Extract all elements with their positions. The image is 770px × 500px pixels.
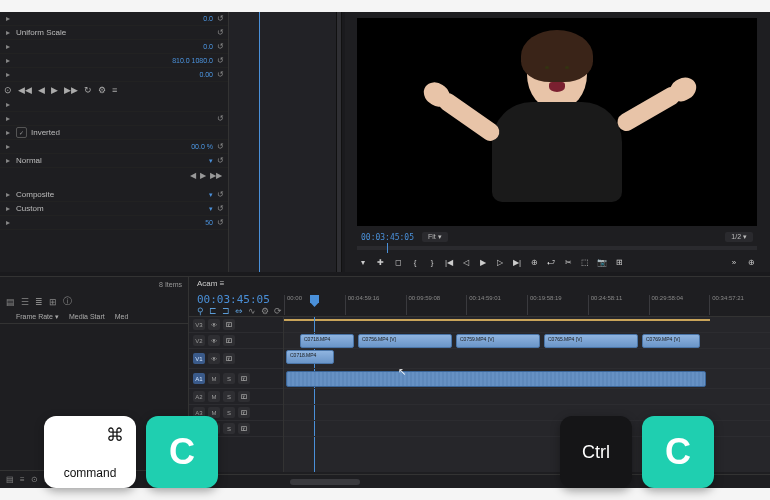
disclosure-icon[interactable]: ▸: [4, 70, 12, 79]
reset-icon[interactable]: ↺: [217, 156, 224, 165]
clip[interactable]: C0765.MP4 [V]: [544, 334, 638, 348]
program-playhead[interactable]: [387, 243, 388, 253]
fx-property-row[interactable]: ▸Normal▾↺: [0, 154, 228, 168]
program-control-button[interactable]: ▶|: [511, 256, 523, 268]
clip[interactable]: C0756.MP4 [V]: [358, 334, 452, 348]
track-toggle-button[interactable]: 👁: [208, 335, 220, 346]
fit-dropdown[interactable]: Fit ▾: [422, 232, 448, 242]
track-toggle-button[interactable]: S: [223, 391, 235, 402]
disclosure-icon[interactable]: ▸: [4, 56, 12, 65]
track-toggle-button[interactable]: ⚿: [223, 319, 235, 330]
project-column-header[interactable]: Med: [115, 313, 139, 321]
reset-icon[interactable]: ↺: [217, 56, 224, 65]
disclosure-icon[interactable]: ▸: [4, 128, 12, 137]
track-toggle-button[interactable]: ⚿: [223, 335, 235, 346]
project-footer-button[interactable]: ≡: [20, 475, 25, 484]
reset-icon[interactable]: ↺: [217, 114, 224, 123]
nav-button[interactable]: ▶: [200, 171, 206, 180]
transport-button[interactable]: ◀: [38, 85, 45, 95]
track-toggle-button[interactable]: S: [223, 373, 235, 384]
reset-icon[interactable]: ↺: [217, 28, 224, 37]
program-control-button[interactable]: {: [409, 256, 421, 268]
fx-property-row[interactable]: ▸Composite▾↺: [0, 188, 228, 202]
timeline-lane[interactable]: C0718.MP4C0756.MP4 [V]C0759.MP4 [V]C0765…: [284, 333, 770, 349]
track-toggle-button[interactable]: ⚿: [238, 391, 250, 402]
timeline-tool-button[interactable]: ⊐: [222, 306, 230, 316]
disclosure-icon[interactable]: ▸: [4, 28, 12, 37]
track-header[interactable]: A1MS⚿: [189, 369, 283, 389]
timeline-tool-button[interactable]: ⟳: [274, 306, 282, 316]
project-view-button[interactable]: ▤: [6, 297, 15, 307]
disclosure-icon[interactable]: ▸: [4, 114, 12, 123]
scrub-bar[interactable]: [336, 12, 342, 272]
track-toggle-button[interactable]: S: [223, 423, 235, 434]
project-column-header[interactable]: Frame Rate ▾: [16, 313, 69, 321]
sequence-name[interactable]: Acam ≡: [197, 279, 224, 288]
program-control-button[interactable]: ⊕: [528, 256, 540, 268]
program-control-button[interactable]: ⊞: [613, 256, 625, 268]
track-header[interactable]: V1👁⚿: [189, 349, 283, 369]
transport-button[interactable]: ≡: [112, 85, 117, 95]
reset-icon[interactable]: ↺: [217, 204, 224, 213]
nav-button[interactable]: ◀: [190, 171, 196, 180]
project-column-header[interactable]: [6, 313, 16, 321]
program-control-button[interactable]: ◻: [392, 256, 404, 268]
track-toggle-button[interactable]: ⚿: [238, 407, 250, 418]
track-target-button[interactable]: A1: [193, 373, 205, 384]
fx-property-row[interactable]: ▸00.0 %↺: [0, 140, 228, 154]
clip[interactable]: C0759.MP4 [V]: [456, 334, 540, 348]
project-view-button[interactable]: ⓘ: [63, 295, 72, 308]
transport-button[interactable]: ⊙: [4, 85, 12, 95]
timeline-timecode[interactable]: 00:03:45:05: [197, 293, 270, 306]
timeline-tool-button[interactable]: ⊏: [209, 306, 217, 316]
disclosure-icon[interactable]: ▸: [4, 100, 12, 109]
reset-icon[interactable]: ↺: [217, 218, 224, 227]
track-target-button[interactable]: V1: [193, 353, 205, 364]
transport-button[interactable]: ▶▶: [64, 85, 78, 95]
transport-button[interactable]: ⚙: [98, 85, 106, 95]
track-toggle-button[interactable]: S: [223, 407, 235, 418]
project-view-button[interactable]: ≣: [35, 297, 43, 307]
program-control-button[interactable]: ✂: [562, 256, 574, 268]
disclosure-icon[interactable]: ▸: [4, 156, 12, 165]
program-control-button[interactable]: »: [728, 256, 740, 268]
timeline-lane[interactable]: C0718.MP4: [284, 349, 770, 369]
disclosure-icon[interactable]: ▸: [4, 142, 12, 151]
fx-property-row[interactable]: ▸50↺: [0, 216, 228, 230]
program-control-button[interactable]: ✚: [374, 256, 386, 268]
reset-icon[interactable]: ↺: [217, 42, 224, 51]
timeline-tool-button[interactable]: ⇔: [235, 306, 243, 316]
disclosure-icon[interactable]: ▸: [4, 14, 12, 23]
timeline-tool-button[interactable]: ⚙: [261, 306, 269, 316]
fx-playhead[interactable]: [259, 12, 260, 272]
transport-button[interactable]: ▶: [51, 85, 58, 95]
program-control-button[interactable]: 📷: [596, 256, 608, 268]
clip[interactable]: C0718.MP4: [300, 334, 354, 348]
track-toggle-button[interactable]: 👁: [208, 319, 220, 330]
reset-icon[interactable]: ↺: [217, 70, 224, 79]
track-header[interactable]: V2👁⚿: [189, 333, 283, 349]
transport-button[interactable]: ↻: [84, 85, 92, 95]
reset-icon[interactable]: ↺: [217, 14, 224, 23]
timeline-lane[interactable]: [284, 369, 770, 389]
program-control-button[interactable]: ⬚: [579, 256, 591, 268]
track-toggle-button[interactable]: ⚿: [238, 373, 250, 384]
fx-property-row[interactable]: ▸Custom▾↺: [0, 202, 228, 216]
timeline-tool-button[interactable]: ⚲: [197, 306, 204, 316]
track-toggle-button[interactable]: M: [208, 373, 220, 384]
program-viewer[interactable]: [357, 18, 757, 226]
transport-button[interactable]: ◀◀: [18, 85, 32, 95]
project-view-button[interactable]: ⊞: [49, 297, 57, 307]
track-target-button[interactable]: V2: [193, 335, 205, 346]
fx-property-row[interactable]: ▸0.0↺: [0, 12, 228, 26]
program-control-button[interactable]: ⮐: [545, 256, 557, 268]
program-timecode[interactable]: 00:03:45:05: [361, 233, 414, 242]
keyframe-area[interactable]: [228, 12, 336, 272]
track-toggle-button[interactable]: ⚿: [238, 423, 250, 434]
clip[interactable]: C0769.MP4 [V]: [642, 334, 700, 348]
scroll-thumb[interactable]: [290, 479, 360, 485]
program-scrubber[interactable]: [357, 246, 757, 250]
clip[interactable]: C0718.MP4: [286, 350, 334, 364]
fx-property-row[interactable]: ▸↺: [0, 112, 228, 126]
disclosure-icon[interactable]: ▸: [4, 42, 12, 51]
